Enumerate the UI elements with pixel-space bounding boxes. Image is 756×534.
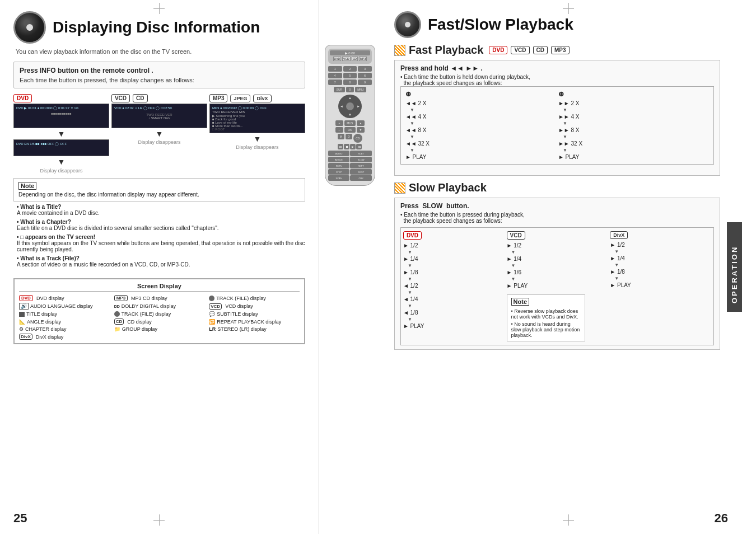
remote-btn-digest[interactable]: DGST	[350, 169, 372, 175]
info-point-4-body: A section of video or a music file recor…	[17, 261, 190, 268]
sd-icon-title	[19, 312, 25, 317]
sd-label-track2: TRACK (FILE) display	[122, 311, 171, 317]
remote-btn-return[interactable]: RETN	[328, 163, 350, 168]
slow-vcd-r4: ► PLAY	[507, 282, 528, 289]
sd-icon-track	[209, 296, 214, 301]
remote-btn-check[interactable]: CHK	[350, 175, 372, 181]
slow-dvd-r1: ► 1/2	[403, 242, 418, 249]
slow-vcd-r2: ► 1/4	[507, 255, 522, 263]
sd-item-track2: TRACK (FILE) display	[114, 311, 205, 317]
fp-right-col: ⊕ ►► 2 X ▼ ►► 4 X ▼ ►► 8 X ▼ ►► 32 X ▼ ►…	[558, 90, 709, 161]
sd-icon-subtitle: 💬	[209, 311, 215, 317]
remote-btn-8[interactable]: 8	[343, 79, 357, 85]
down-arrow-vcd: ▼	[111, 129, 207, 138]
remote-btn-1[interactable]: 1	[328, 66, 342, 72]
remote-btn-angle[interactable]: ANGLE	[328, 157, 350, 162]
remote-btn-next[interactable]: ⏭	[356, 144, 362, 149]
remote-btn-0[interactable]: 0	[346, 87, 354, 92]
remote-btn-cd-entry[interactable]: CD	[353, 134, 362, 143]
info-point-2-body: Each title on a DVD disc is divided into…	[17, 225, 219, 231]
fp-left-arrow-icon: ⊕	[405, 90, 411, 98]
remote-nav-down[interactable]: ▼	[348, 113, 352, 116]
remote-nav-up[interactable]: ▲	[348, 96, 352, 100]
fp-row-r2: ►► 4 X	[558, 113, 580, 120]
remote-btn-repeat[interactable]: REPT	[350, 163, 372, 168]
left-subtitle: You can view playback information on the…	[13, 48, 305, 55]
slow-dvd-badge: DVD	[403, 231, 423, 240]
remote-btn-6[interactable]: 6	[358, 73, 372, 78]
badge-vcd-1: VCD	[111, 94, 130, 102]
sd-badge-vcd: VCD	[209, 303, 222, 310]
remote-nav-right[interactable]: ►	[357, 105, 360, 108]
down-arrow-mp3: ▼	[209, 134, 305, 143]
sd-item-chapter: ⚙ CHAPTER display	[19, 326, 110, 332]
crosshair-bottom-right	[563, 514, 574, 526]
sd-icon-audio: 🔊	[19, 303, 29, 310]
fp-row-r1: ►► 2 X	[558, 100, 580, 107]
mp3-display-label: Display disappears	[209, 144, 305, 150]
remote-btn-surround[interactable]: SUR	[334, 87, 345, 92]
sd-icon-track2	[114, 311, 120, 317]
remote-btn-scan[interactable]: SCAN	[328, 175, 350, 181]
slow-playback-icon	[394, 182, 405, 194]
remote-btn-7[interactable]: 7	[328, 79, 342, 85]
screen-display-grid: DVD DVD display MP3 MP3 CD display TRACK…	[19, 295, 300, 340]
remote-btn-4[interactable]: 4	[328, 73, 342, 78]
info-box-title: Press INFO button on the remote control …	[20, 67, 299, 74]
page-number-right: 26	[715, 511, 728, 526]
remote-btn-menu[interactable]: MNU	[355, 87, 366, 92]
right-content: Fast/Slow Playback Fast Playback DVD VCD…	[394, 11, 726, 523]
remote-btn-ok2[interactable]: OK	[344, 127, 356, 133]
remote-btn-play[interactable]: ▶	[350, 144, 356, 149]
sd-icon-angle: 📐	[19, 319, 25, 325]
remote-btn-plus[interactable]: +	[335, 120, 343, 126]
sd-item-lr: LR STEREO (LR) display	[209, 326, 300, 332]
slow-divx-r2: ► 1/4	[610, 255, 625, 262]
remote-btn-step[interactable]: STEP	[328, 169, 350, 175]
slow-vcd-badge: VCD	[507, 231, 527, 240]
remote-btn-submenu[interactable]: ▲	[357, 120, 365, 126]
remote-btn-stop[interactable]: ⏹	[344, 144, 349, 149]
mp3-screen-thumb: MP3 ● 000/0042 ◯ 0:00:09 ◯ OFF TWO RECEI…	[209, 104, 305, 133]
remote-btn-mute[interactable]: M	[338, 134, 344, 139]
dvd-display-label: Display disappears	[13, 168, 109, 174]
remote-btn-3[interactable]: 3	[358, 66, 372, 72]
remote-btn-prev[interactable]: ⏮	[338, 144, 343, 149]
remote-btn-5[interactable]: 5	[343, 73, 357, 78]
sd-label-track: TRACK (FILE) display	[216, 296, 266, 301]
operation-sidebar: OPERATION	[726, 11, 743, 523]
remote-btn-audio[interactable]: AUDIO	[328, 151, 350, 156]
remote-btn-2[interactable]: 2	[343, 66, 357, 72]
remote-nav-ok[interactable]	[346, 102, 354, 110]
sd-label-lr: STEREO (LR) display	[217, 326, 267, 332]
remote-btn-subtitle[interactable]: SUBT	[350, 151, 372, 156]
note-label: Note	[18, 182, 36, 190]
remote-btn-down2[interactable]: ▼	[357, 127, 365, 133]
remote-btn-minus[interactable]: –	[335, 127, 343, 133]
slow-divx-a3: ▼	[614, 276, 619, 281]
remote-top-display: ▶ 0:00 DVD VCD CD MP3	[328, 49, 372, 64]
fast-playback-icon	[394, 45, 405, 56]
badge-mp3-1: MP3	[209, 94, 228, 102]
remote-btn-9[interactable]: 9	[358, 79, 372, 85]
slow-dvd-r5: ◄ 1/4	[403, 296, 418, 303]
remote-nav-left[interactable]: ◄	[340, 105, 343, 108]
remote-btn-slow[interactable]: SLOW	[350, 157, 372, 162]
slow-dvd-r7: ► PLAY	[403, 322, 424, 330]
sd-item-title: TITLE display	[19, 311, 110, 317]
badge-jpeg-1: JPEG	[230, 95, 250, 102]
fp-left-header: ⊕	[405, 90, 411, 98]
vcd-display-label: Display disappears	[111, 139, 207, 145]
remote-btn-music[interactable]: MUS	[344, 120, 356, 126]
sd-item-cd: CD CD display	[114, 318, 205, 325]
slow-dvd-a5: ▼	[408, 303, 412, 308]
fp-arrow-l4: ▼	[410, 148, 414, 153]
sd-item-angle: 📐 ANGLE display	[19, 318, 110, 325]
remote-btn-disp[interactable]: D	[346, 134, 352, 139]
slow-divx-r4: ► PLAY	[610, 282, 631, 289]
remote-nav-circle[interactable]: ▲ ▼ ◄ ►	[338, 95, 362, 118]
slow-divx-r1: ► 1/2	[610, 241, 625, 249]
remote-surround-row: SUR 0 MNU	[328, 87, 372, 92]
remote-badge-vcd: VCD	[342, 57, 351, 61]
sd-item-subtitle: 💬 SUBTITLE display	[209, 311, 300, 317]
